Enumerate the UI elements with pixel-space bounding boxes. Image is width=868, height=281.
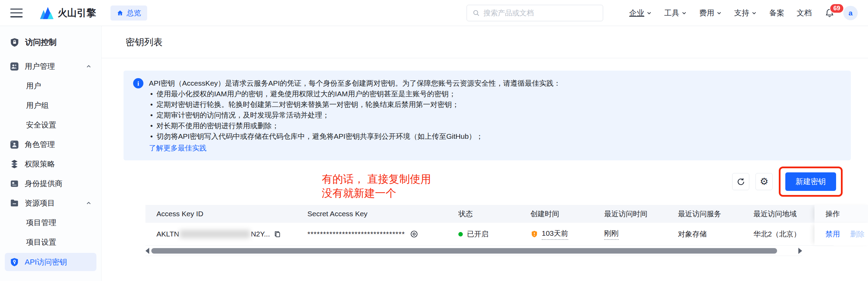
actions-cell: 禁用 删除 bbox=[814, 223, 868, 245]
delete-key-link[interactable]: 删除 bbox=[850, 229, 865, 239]
top-navbar: 火山引擎 总览 企业 工具 费用 bbox=[0, 0, 868, 26]
horizontal-scrollbar bbox=[145, 246, 802, 256]
refresh-icon bbox=[736, 177, 746, 186]
status-label: 已开启 bbox=[467, 229, 489, 239]
access-key-id-cell: AKLTN N2Y... bbox=[145, 223, 296, 245]
sidebar-item-role-management[interactable]: 角色管理 bbox=[0, 135, 101, 154]
menu-support[interactable]: 支持 bbox=[734, 8, 757, 18]
sidebar: 访问控制 用户管理 用户 用户组 安全设置 角色管理 权限策略 身份提供商 资源… bbox=[0, 26, 102, 281]
col-header-created: 创建时间 bbox=[519, 205, 593, 223]
gear-icon: ⚙ bbox=[760, 177, 768, 186]
col-header-secret-access-key: Secret Access Key bbox=[296, 205, 447, 223]
created-value[interactable]: 103天前 bbox=[542, 229, 568, 240]
users-icon bbox=[10, 62, 19, 71]
banner-bullet: 定期对密钥进行轮换。轮换时创建第二对密钥来替换第一对密钥，轮换结束后禁用第一对密… bbox=[149, 99, 561, 110]
menu-tools[interactable]: 工具 bbox=[664, 8, 687, 18]
sidebar-item-api-access-keys[interactable]: API访问密钥 bbox=[5, 253, 96, 271]
home-icon bbox=[117, 10, 124, 16]
role-icon bbox=[10, 140, 19, 149]
table-header-row: Access Key ID Secret Access Key 状态 创建时间 … bbox=[145, 205, 834, 223]
info-icon: i bbox=[133, 78, 143, 88]
chevron-down-icon bbox=[681, 10, 687, 16]
page-header: 密钥列表 bbox=[102, 26, 868, 58]
menu-enterprise[interactable]: 企业 bbox=[629, 8, 652, 18]
sidebar-item-resource-projects[interactable]: 资源项目 bbox=[0, 193, 101, 213]
red-annotation-text: 有的话， 直接复制使用没有就新建一个 bbox=[322, 172, 431, 200]
last-access-time-cell: 刚刚 bbox=[593, 223, 667, 245]
avatar[interactable]: a bbox=[843, 6, 858, 20]
main-content: 密钥列表 i API密钥（AccessKey）是请求云服务API的凭证，每个身份… bbox=[102, 26, 868, 281]
chevron-up-icon bbox=[86, 200, 92, 206]
warning-shield-icon bbox=[530, 230, 538, 238]
api-key-console-screen: 火山引擎 总览 企业 工具 费用 bbox=[0, 0, 868, 281]
banner-intro: API密钥（AccessKey）是请求云服务API的凭证，每个身份至多创建两对密… bbox=[149, 78, 561, 88]
banner-bullet: 定期审计密钥的访问情况，及时发现异常活动并处理； bbox=[149, 110, 561, 120]
status-dot-green bbox=[458, 232, 463, 236]
overview-tab[interactable]: 总览 bbox=[110, 5, 147, 21]
created-cell: 103天前 bbox=[519, 223, 593, 245]
banner-bullet: 切勿将API密钥写入代码中或存储在代码仓库中，避免将API密钥共享到公开环境（如… bbox=[149, 131, 561, 142]
last-access-service-cell: 对象存储 bbox=[667, 223, 742, 245]
key-table: Access Key ID Secret Access Key 状态 创建时间 … bbox=[145, 205, 834, 256]
shield-lock-icon bbox=[10, 37, 20, 47]
best-practices-banner: i API密钥（AccessKey）是请求云服务API的凭证，每个身份至多创建两… bbox=[124, 71, 851, 160]
secret-access-key-cell: ******************************* bbox=[296, 223, 447, 245]
scrollbar-track[interactable] bbox=[151, 248, 796, 254]
sidebar-item-project-settings[interactable]: 项目设置 bbox=[0, 232, 101, 252]
layers-icon bbox=[10, 159, 19, 169]
banner-bullet: 使用最小化授权的IAM用户的密钥，避免使用权限过大的IAM用户的密钥甚至是主账号… bbox=[149, 88, 561, 99]
sidebar-item-security-settings[interactable]: 安全设置 bbox=[0, 115, 101, 135]
chevron-down-icon bbox=[751, 10, 757, 16]
refresh-button[interactable] bbox=[732, 173, 749, 190]
shield-key-icon bbox=[10, 257, 19, 267]
navbar-menus: 企业 工具 费用 支持 备案 文档 bbox=[629, 8, 812, 18]
notifications-button[interactable]: 69 bbox=[825, 8, 834, 18]
banner-body: API密钥（AccessKey）是请求云服务API的凭证，每个身份至多创建两对密… bbox=[149, 78, 561, 153]
id-card-icon bbox=[10, 179, 19, 188]
sidebar-item-users[interactable]: 用户 bbox=[0, 76, 101, 96]
brand-logo[interactable]: 火山引擎 bbox=[39, 7, 96, 20]
last-access-region-cell: 华北2（北京） bbox=[742, 223, 814, 245]
chevron-down-icon bbox=[646, 10, 652, 16]
col-header-last-access-service: 最近访问服务 bbox=[667, 205, 742, 223]
toolbar-actions: ⚙ 新建密钥 bbox=[732, 162, 843, 201]
sidebar-item-user-groups[interactable]: 用户组 bbox=[0, 96, 101, 115]
settings-button[interactable]: ⚙ bbox=[755, 173, 773, 190]
status-cell: 已开启 bbox=[447, 223, 519, 245]
chevron-down-icon bbox=[716, 10, 722, 16]
chevron-up-icon bbox=[86, 63, 92, 69]
scroll-right-arrow[interactable] bbox=[798, 248, 802, 254]
scrollbar-thumb[interactable] bbox=[151, 248, 777, 254]
sidebar-item-project-management[interactable]: 项目管理 bbox=[0, 213, 101, 232]
volcengine-logo-icon bbox=[39, 7, 54, 19]
col-header-actions: 操作 bbox=[814, 205, 868, 223]
search-input[interactable] bbox=[483, 9, 597, 17]
learn-more-link[interactable]: 了解更多最佳实践 bbox=[149, 143, 207, 153]
sidebar-item-policies[interactable]: 权限策略 bbox=[0, 154, 101, 174]
sidebar-service-title: 访问控制 bbox=[0, 26, 101, 57]
menu-hamburger-icon[interactable] bbox=[10, 9, 23, 17]
sidebar-item-identity-provider[interactable]: 身份提供商 bbox=[0, 174, 101, 193]
col-header-last-access-region: 最近访问地域 bbox=[742, 205, 814, 223]
overview-tab-label: 总览 bbox=[127, 8, 141, 18]
eye-icon[interactable] bbox=[410, 230, 419, 239]
notification-badge: 69 bbox=[830, 3, 844, 13]
col-header-access-key-id: Access Key ID bbox=[145, 205, 296, 223]
create-key-button[interactable]: 新建密钥 bbox=[785, 172, 836, 191]
col-header-last-access-time: 最近访问时间 bbox=[593, 205, 667, 223]
menu-icp[interactable]: 备案 bbox=[769, 8, 784, 18]
copy-icon[interactable] bbox=[273, 230, 281, 238]
table-toolbar: 有的话， 直接复制使用没有就新建一个 ⚙ 新建密钥 bbox=[124, 160, 851, 205]
disable-key-link[interactable]: 禁用 bbox=[825, 229, 840, 239]
global-search[interactable] bbox=[467, 5, 603, 21]
sidebar-item-user-management[interactable]: 用户管理 bbox=[0, 57, 101, 76]
col-header-status: 状态 bbox=[447, 205, 519, 223]
scroll-left-arrow[interactable] bbox=[145, 248, 149, 254]
search-icon bbox=[472, 9, 480, 17]
page-title: 密钥列表 bbox=[126, 36, 163, 48]
table-row: AKLTN N2Y... ***************************… bbox=[145, 223, 834, 246]
menu-billing[interactable]: 费用 bbox=[699, 8, 722, 18]
last-access-time-value[interactable]: 刚刚 bbox=[604, 229, 619, 240]
menu-docs[interactable]: 文档 bbox=[797, 8, 812, 18]
annotation-highlight-box: 新建密钥 bbox=[779, 167, 843, 197]
